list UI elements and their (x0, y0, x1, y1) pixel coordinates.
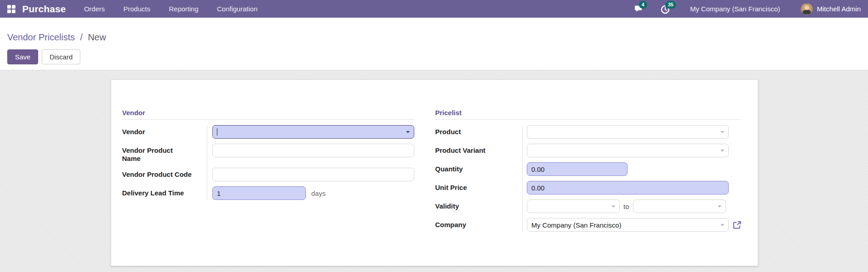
delivery-lead-time-input[interactable] (212, 186, 306, 200)
activities-icon[interactable]: 35 (660, 4, 671, 15)
control-panel: Vendor Pricelists / New Save Discard (0, 18, 868, 70)
activities-badge: 35 (665, 1, 676, 9)
product-input[interactable] (527, 125, 729, 139)
validity-from-combo (527, 199, 620, 213)
text-cursor (217, 128, 217, 136)
breadcrumb-current: New (88, 32, 106, 42)
company-switcher[interactable]: My Company (San Francisco) (690, 5, 780, 13)
field-row-vendor-product-name: Vendor Product Name (122, 144, 414, 163)
validity-from-input[interactable] (527, 199, 620, 213)
validity-to-combo (633, 199, 726, 213)
menu-orders[interactable]: Orders (84, 5, 105, 13)
company-input[interactable] (527, 218, 729, 232)
menu-configuration[interactable]: Configuration (217, 5, 257, 13)
validity-to-label: to (623, 203, 629, 210)
unit-price-label: Unit Price (435, 181, 522, 192)
delivery-lead-time-label: Delivery Lead Time (122, 186, 207, 197)
form-sheet: Vendor Vendor Vendor Produc (111, 79, 758, 266)
field-row-vendor: Vendor (122, 125, 414, 139)
discard-button[interactable]: Discard (42, 49, 80, 64)
field-row-delivery-lead-time: Delivery Lead Time days (122, 186, 414, 200)
field-row-company: Company (435, 218, 740, 232)
vendor-product-name-label: Vendor Product Name (122, 144, 177, 163)
field-row-vendor-product-code: Vendor Product Code (122, 168, 414, 181)
validity-to-input[interactable] (633, 199, 726, 213)
app-window: Purchase Orders Products Reporting Confi… (0, 0, 868, 272)
product-variant-input[interactable] (527, 144, 729, 157)
content-area: Vendor Vendor Vendor Produc (0, 70, 868, 272)
avatar (801, 3, 813, 15)
vendor-product-code-label: Vendor Product Code (122, 168, 207, 179)
vendor-combo (212, 125, 414, 139)
breadcrumb: Vendor Pricelists / New (7, 31, 861, 43)
breadcrumb-separator: / (80, 32, 83, 42)
product-variant-combo (527, 144, 729, 157)
product-variant-label: Product Variant (435, 144, 522, 155)
product-label: Product (435, 125, 522, 136)
messages-badge: 4 (639, 1, 647, 9)
messages-icon[interactable]: 4 (634, 4, 645, 15)
systray: 4 35 My Company (San Francisco) Mitchell… (634, 3, 861, 15)
product-combo (527, 125, 729, 139)
save-button[interactable]: Save (7, 49, 38, 64)
menu-reporting[interactable]: Reporting (169, 5, 198, 13)
form-actions: Save Discard (7, 49, 861, 64)
user-menu[interactable]: Mitchell Admin (801, 3, 861, 15)
app-title[interactable]: Purchase (22, 4, 66, 15)
quantity-label: Quantity (435, 162, 522, 173)
days-suffix: days (311, 189, 326, 197)
vendor-product-name-wrap (212, 144, 414, 157)
field-row-product: Product (435, 125, 740, 139)
vendor-label: Vendor (122, 125, 207, 136)
quantity-input[interactable] (527, 162, 628, 176)
top-navbar: Purchase Orders Products Reporting Confi… (0, 0, 868, 18)
vendor-product-code-input[interactable] (212, 168, 414, 181)
apps-menu-icon[interactable] (7, 5, 15, 13)
field-row-validity: Validity to (435, 199, 740, 213)
vendor-product-name-input[interactable] (212, 144, 414, 157)
vendor-product-code-wrap (212, 168, 414, 181)
menu-products[interactable]: Products (123, 5, 150, 13)
vendor-group-title: Vendor (122, 109, 414, 120)
breadcrumb-vendor-pricelists[interactable]: Vendor Pricelists (7, 32, 75, 42)
field-row-product-variant: Product Variant (435, 144, 740, 157)
validity-label: Validity (435, 199, 522, 210)
vendor-group: Vendor Vendor Vendor Produc (122, 109, 414, 266)
unit-price-input[interactable] (527, 181, 729, 194)
field-row-quantity: Quantity (435, 162, 740, 176)
pricelist-group: Pricelist Product Product Variant (435, 109, 740, 266)
company-label: Company (435, 218, 522, 229)
external-link-icon[interactable] (732, 220, 742, 230)
company-combo (527, 218, 729, 232)
pricelist-group-title: Pricelist (435, 109, 740, 120)
field-row-unit-price: Unit Price (435, 181, 740, 194)
vendor-input[interactable] (212, 125, 414, 139)
main-menu: Orders Products Reporting Configuration (84, 5, 257, 13)
user-name: Mitchell Admin (817, 5, 861, 13)
